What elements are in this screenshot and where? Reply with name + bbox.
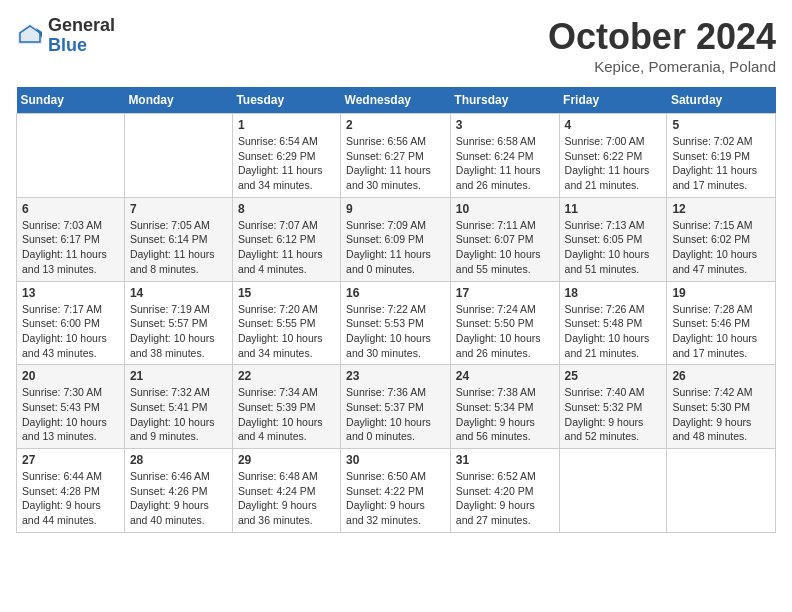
sunrise-text: Sunrise: 7:11 AM — [456, 219, 536, 231]
day-info: Sunrise: 7:28 AMSunset: 5:46 PMDaylight:… — [672, 302, 770, 361]
weekday-header-thursday: Thursday — [450, 87, 559, 114]
sunset-text: Sunset: 6:22 PM — [565, 150, 643, 162]
day-cell: 13Sunrise: 7:17 AMSunset: 6:00 PMDayligh… — [17, 281, 125, 365]
sunset-text: Sunset: 4:28 PM — [22, 485, 100, 497]
day-cell: 11Sunrise: 7:13 AMSunset: 6:05 PMDayligh… — [559, 197, 667, 281]
day-number: 7 — [130, 202, 227, 216]
day-number: 13 — [22, 286, 119, 300]
sunrise-text: Sunrise: 7:26 AM — [565, 303, 645, 315]
day-cell — [17, 114, 125, 198]
day-info: Sunrise: 7:20 AMSunset: 5:55 PMDaylight:… — [238, 302, 335, 361]
weekday-header-saturday: Saturday — [667, 87, 776, 114]
sunset-text: Sunset: 6:07 PM — [456, 233, 534, 245]
day-info: Sunrise: 7:22 AMSunset: 5:53 PMDaylight:… — [346, 302, 445, 361]
sunrise-text: Sunrise: 6:46 AM — [130, 470, 210, 482]
day-number: 25 — [565, 369, 662, 383]
sunset-text: Sunset: 6:19 PM — [672, 150, 750, 162]
sunrise-text: Sunrise: 7:15 AM — [672, 219, 752, 231]
day-number: 19 — [672, 286, 770, 300]
sunrise-text: Sunrise: 7:05 AM — [130, 219, 210, 231]
day-number: 4 — [565, 118, 662, 132]
sunrise-text: Sunrise: 7:09 AM — [346, 219, 426, 231]
sunrise-text: Sunrise: 7:22 AM — [346, 303, 426, 315]
day-cell: 21Sunrise: 7:32 AMSunset: 5:41 PMDayligh… — [124, 365, 232, 449]
sunrise-text: Sunrise: 6:48 AM — [238, 470, 318, 482]
day-cell: 10Sunrise: 7:11 AMSunset: 6:07 PMDayligh… — [450, 197, 559, 281]
sunset-text: Sunset: 4:20 PM — [456, 485, 534, 497]
day-info: Sunrise: 7:05 AMSunset: 6:14 PMDaylight:… — [130, 218, 227, 277]
sunset-text: Sunset: 5:48 PM — [565, 317, 643, 329]
sunset-text: Sunset: 5:50 PM — [456, 317, 534, 329]
day-number: 20 — [22, 369, 119, 383]
sunset-text: Sunset: 6:29 PM — [238, 150, 316, 162]
sunset-text: Sunset: 6:24 PM — [456, 150, 534, 162]
day-cell: 24Sunrise: 7:38 AMSunset: 5:34 PMDayligh… — [450, 365, 559, 449]
sunrise-text: Sunrise: 7:36 AM — [346, 386, 426, 398]
sunset-text: Sunset: 6:17 PM — [22, 233, 100, 245]
sunset-text: Sunset: 6:00 PM — [22, 317, 100, 329]
logo: General Blue — [16, 16, 115, 56]
day-info: Sunrise: 6:54 AMSunset: 6:29 PMDaylight:… — [238, 134, 335, 193]
sunrise-text: Sunrise: 7:30 AM — [22, 386, 102, 398]
sunrise-text: Sunrise: 7:17 AM — [22, 303, 102, 315]
daylight-text: Daylight: 9 hours and 44 minutes. — [22, 499, 101, 526]
weekday-header-wednesday: Wednesday — [341, 87, 451, 114]
day-info: Sunrise: 7:11 AMSunset: 6:07 PMDaylight:… — [456, 218, 554, 277]
daylight-text: Daylight: 10 hours and 4 minutes. — [238, 416, 323, 443]
logo-icon — [16, 22, 44, 50]
day-info: Sunrise: 7:07 AMSunset: 6:12 PMDaylight:… — [238, 218, 335, 277]
day-number: 14 — [130, 286, 227, 300]
weekday-header-monday: Monday — [124, 87, 232, 114]
day-cell: 28Sunrise: 6:46 AMSunset: 4:26 PMDayligh… — [124, 449, 232, 533]
daylight-text: Daylight: 9 hours and 56 minutes. — [456, 416, 535, 443]
day-info: Sunrise: 7:36 AMSunset: 5:37 PMDaylight:… — [346, 385, 445, 444]
day-cell: 3Sunrise: 6:58 AMSunset: 6:24 PMDaylight… — [450, 114, 559, 198]
day-number: 6 — [22, 202, 119, 216]
day-cell: 4Sunrise: 7:00 AMSunset: 6:22 PMDaylight… — [559, 114, 667, 198]
day-info: Sunrise: 6:50 AMSunset: 4:22 PMDaylight:… — [346, 469, 445, 528]
day-number: 16 — [346, 286, 445, 300]
day-number: 21 — [130, 369, 227, 383]
day-info: Sunrise: 7:19 AMSunset: 5:57 PMDaylight:… — [130, 302, 227, 361]
day-number: 5 — [672, 118, 770, 132]
day-number: 31 — [456, 453, 554, 467]
sunset-text: Sunset: 4:22 PM — [346, 485, 424, 497]
sunset-text: Sunset: 6:14 PM — [130, 233, 208, 245]
week-row-5: 27Sunrise: 6:44 AMSunset: 4:28 PMDayligh… — [17, 449, 776, 533]
sunrise-text: Sunrise: 6:54 AM — [238, 135, 318, 147]
weekday-header-friday: Friday — [559, 87, 667, 114]
day-number: 27 — [22, 453, 119, 467]
daylight-text: Daylight: 10 hours and 13 minutes. — [22, 416, 107, 443]
day-info: Sunrise: 7:24 AMSunset: 5:50 PMDaylight:… — [456, 302, 554, 361]
week-row-1: 1Sunrise: 6:54 AMSunset: 6:29 PMDaylight… — [17, 114, 776, 198]
sunset-text: Sunset: 5:55 PM — [238, 317, 316, 329]
daylight-text: Daylight: 9 hours and 48 minutes. — [672, 416, 751, 443]
sunset-text: Sunset: 6:12 PM — [238, 233, 316, 245]
sunset-text: Sunset: 5:37 PM — [346, 401, 424, 413]
sunrise-text: Sunrise: 7:13 AM — [565, 219, 645, 231]
sunset-text: Sunset: 5:32 PM — [565, 401, 643, 413]
day-info: Sunrise: 7:32 AMSunset: 5:41 PMDaylight:… — [130, 385, 227, 444]
daylight-text: Daylight: 10 hours and 30 minutes. — [346, 332, 431, 359]
sunset-text: Sunset: 6:09 PM — [346, 233, 424, 245]
sunrise-text: Sunrise: 7:02 AM — [672, 135, 752, 147]
day-cell: 31Sunrise: 6:52 AMSunset: 4:20 PMDayligh… — [450, 449, 559, 533]
day-info: Sunrise: 7:42 AMSunset: 5:30 PMDaylight:… — [672, 385, 770, 444]
daylight-text: Daylight: 10 hours and 51 minutes. — [565, 248, 650, 275]
sunrise-text: Sunrise: 7:07 AM — [238, 219, 318, 231]
daylight-text: Daylight: 9 hours and 40 minutes. — [130, 499, 209, 526]
day-number: 3 — [456, 118, 554, 132]
title-block: October 2024 Kepice, Pomerania, Poland — [548, 16, 776, 75]
sunset-text: Sunset: 6:05 PM — [565, 233, 643, 245]
day-cell: 22Sunrise: 7:34 AMSunset: 5:39 PMDayligh… — [232, 365, 340, 449]
day-number: 1 — [238, 118, 335, 132]
day-cell: 15Sunrise: 7:20 AMSunset: 5:55 PMDayligh… — [232, 281, 340, 365]
daylight-text: Daylight: 11 hours and 26 minutes. — [456, 164, 541, 191]
day-cell: 14Sunrise: 7:19 AMSunset: 5:57 PMDayligh… — [124, 281, 232, 365]
sunrise-text: Sunrise: 7:34 AM — [238, 386, 318, 398]
daylight-text: Daylight: 10 hours and 26 minutes. — [456, 332, 541, 359]
sunrise-text: Sunrise: 6:44 AM — [22, 470, 102, 482]
day-info: Sunrise: 7:00 AMSunset: 6:22 PMDaylight:… — [565, 134, 662, 193]
day-number: 23 — [346, 369, 445, 383]
day-cell: 20Sunrise: 7:30 AMSunset: 5:43 PMDayligh… — [17, 365, 125, 449]
